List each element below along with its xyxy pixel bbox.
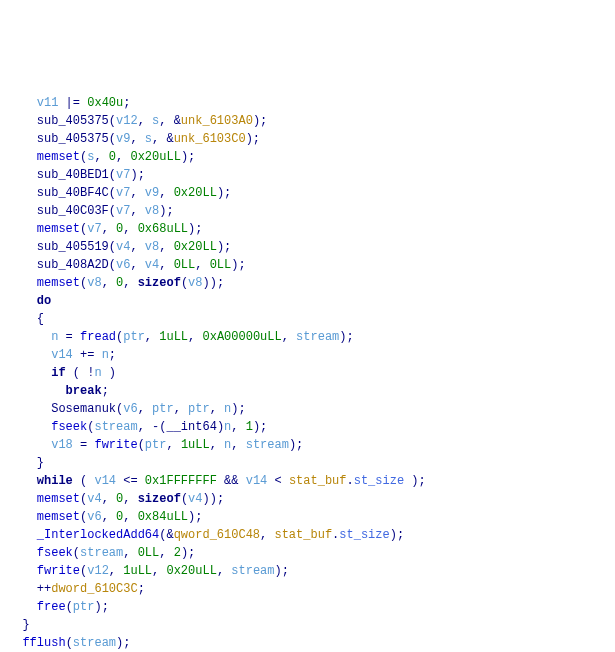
arg: stream bbox=[80, 546, 123, 560]
code-line: memset(v4, 0, sizeof(v4)); bbox=[8, 492, 224, 506]
global: dword_610C3C bbox=[51, 582, 137, 596]
code-line: memset(v8, 0, sizeof(v8)); bbox=[8, 276, 224, 290]
code-line: { bbox=[8, 312, 44, 326]
lib-call: memset bbox=[37, 150, 80, 164]
arg: v7 bbox=[116, 168, 130, 182]
lib-call: fseek bbox=[51, 420, 87, 434]
code-line: } bbox=[8, 456, 44, 470]
global: stat_buf bbox=[274, 528, 332, 542]
num: 2 bbox=[174, 546, 181, 560]
fn-call: sub_408A2D bbox=[37, 258, 109, 272]
num: 0 bbox=[116, 276, 123, 290]
code-line: sub_405519(v4, v8, 0x20LL); bbox=[8, 240, 231, 254]
code-line: v18 = fwrite(ptr, 1uLL, n, stream); bbox=[8, 438, 303, 452]
sizeof: sizeof bbox=[138, 276, 181, 290]
code-line: memset(v7, 0, 0x68uLL); bbox=[8, 222, 202, 236]
code-line: sub_40C03F(v7, v8); bbox=[8, 204, 174, 218]
arg: stream bbox=[73, 636, 116, 650]
lib-call: fwrite bbox=[37, 564, 80, 578]
code-line: } bbox=[8, 618, 30, 632]
arg: ptr bbox=[152, 402, 174, 416]
num: 0LL bbox=[174, 258, 196, 272]
arg: v4 bbox=[188, 492, 202, 506]
arg: n bbox=[224, 438, 231, 452]
arg: v6 bbox=[116, 258, 130, 272]
code-line: if ( !n ) bbox=[8, 366, 116, 380]
var: n bbox=[102, 348, 109, 362]
var: v18 bbox=[51, 438, 73, 452]
arg: n bbox=[224, 402, 231, 416]
global: unk_6103C0 bbox=[174, 132, 246, 146]
num: 0x20uLL bbox=[166, 564, 216, 578]
arg: v12 bbox=[116, 114, 138, 128]
arg: v8 bbox=[188, 276, 202, 290]
arg: stream bbox=[94, 420, 137, 434]
code-line: sub_408A2D(v6, v4, 0LL, 0LL); bbox=[8, 258, 246, 272]
code-line: free(ptr); bbox=[8, 600, 109, 614]
arg: stream bbox=[296, 330, 339, 344]
num: 0 bbox=[116, 492, 123, 506]
num: 0x20LL bbox=[174, 240, 217, 254]
decompiled-code: v11 |= 0x40u; sub_405375(v12, s, &unk_61… bbox=[8, 76, 615, 652]
var: n bbox=[94, 366, 101, 380]
code-line: ++dword_610C3C; bbox=[8, 582, 145, 596]
cast-type: __int64 bbox=[166, 420, 216, 434]
arg: v8 bbox=[145, 240, 159, 254]
code-line: Sosemanuk(v6, ptr, ptr, n); bbox=[8, 402, 246, 416]
num: 0x20LL bbox=[174, 186, 217, 200]
code-line: fwrite(v12, 1uLL, 0x20uLL, stream); bbox=[8, 564, 289, 578]
keyword: while bbox=[37, 474, 73, 488]
code-line: sub_40BED1(v7); bbox=[8, 168, 145, 182]
code-line: v11 |= 0x40u; bbox=[8, 96, 130, 110]
lib-call: fseek bbox=[37, 546, 73, 560]
lib-call: fflush bbox=[22, 636, 65, 650]
global: qword_610C48 bbox=[174, 528, 260, 542]
code-line: while ( v14 <= 0x1FFFFFFF && v14 < stat_… bbox=[8, 474, 426, 488]
fn-call: sub_40C03F bbox=[37, 204, 109, 218]
code-line: fflush(stream); bbox=[8, 636, 130, 650]
lib-call: fwrite bbox=[94, 438, 137, 452]
code-line: do bbox=[8, 294, 51, 308]
global: unk_6103A0 bbox=[181, 114, 253, 128]
arg: ptr bbox=[123, 330, 145, 344]
global: stat_buf bbox=[289, 474, 347, 488]
arg: v7 bbox=[116, 186, 130, 200]
code-line: n = fread(ptr, 1uLL, 0xA00000uLL, stream… bbox=[8, 330, 354, 344]
arg: v8 bbox=[87, 276, 101, 290]
code-line: memset(s, 0, 0x20uLL); bbox=[8, 150, 195, 164]
arg: stream bbox=[246, 438, 289, 452]
arg: ptr bbox=[73, 600, 95, 614]
arg: v6 bbox=[87, 510, 101, 524]
var: n bbox=[51, 330, 58, 344]
fn-call: Sosemanuk bbox=[51, 402, 116, 416]
arg: v6 bbox=[123, 402, 137, 416]
code-line: sub_405375(v12, s, &unk_6103A0); bbox=[8, 114, 267, 128]
arg: v7 bbox=[87, 222, 101, 236]
var: v14 bbox=[94, 474, 116, 488]
num: 0xA00000uLL bbox=[202, 330, 281, 344]
arg: stream bbox=[231, 564, 274, 578]
num: 0LL bbox=[138, 546, 160, 560]
keyword: break bbox=[66, 384, 102, 398]
num: 0x84uLL bbox=[138, 510, 188, 524]
var: v14 bbox=[246, 474, 268, 488]
num: 1uLL bbox=[181, 438, 210, 452]
arg: v9 bbox=[145, 186, 159, 200]
num: 0 bbox=[116, 510, 123, 524]
num: 0x1FFFFFFF bbox=[145, 474, 217, 488]
arg: v8 bbox=[145, 204, 159, 218]
num: 0x20uLL bbox=[130, 150, 180, 164]
code-line: v14 += n; bbox=[8, 348, 116, 362]
member: st_size bbox=[354, 474, 404, 488]
lib-call: _InterlockedAdd64 bbox=[37, 528, 159, 542]
num: 0 bbox=[116, 222, 123, 236]
num: 1uLL bbox=[159, 330, 188, 344]
var: v11 bbox=[37, 96, 59, 110]
arg: v7 bbox=[116, 204, 130, 218]
arg: v4 bbox=[116, 240, 130, 254]
arg: v4 bbox=[145, 258, 159, 272]
fn-call: sub_405519 bbox=[37, 240, 109, 254]
num: 0LL bbox=[210, 258, 232, 272]
arg: s bbox=[145, 132, 152, 146]
arg: v4 bbox=[87, 492, 101, 506]
